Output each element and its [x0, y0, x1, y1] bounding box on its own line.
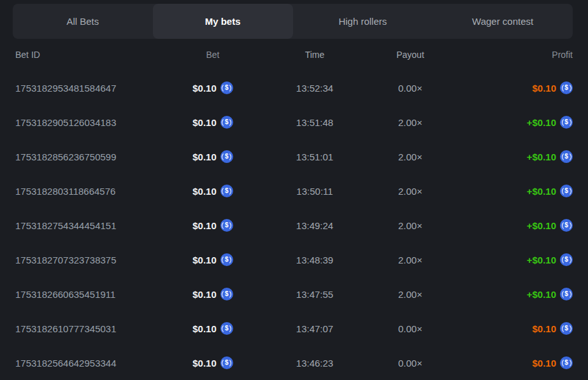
- tab-high-rollers[interactable]: High rollers: [293, 4, 433, 39]
- table-row: 1753182610777345031 $0.10 $ 13:47:07 0.0…: [0, 311, 588, 346]
- bet-amount-cell: $0.10 $: [162, 116, 264, 129]
- column-header-profit: Profit: [455, 50, 573, 60]
- bet-payout: 2.00×: [366, 151, 455, 162]
- table-body: 1753182953481584647 $0.10 $ 13:52:34 0.0…: [0, 71, 588, 380]
- bet-amount: $0.10: [192, 220, 217, 231]
- usdc-coin-icon: $: [560, 322, 573, 335]
- usdc-coin-icon: $: [220, 116, 233, 129]
- usdc-coin-icon: $: [560, 219, 573, 232]
- bet-id-link[interactable]: 1753182953481584647: [15, 83, 162, 94]
- profit-value: $0.10: [532, 323, 556, 334]
- usdc-coin-icon: $: [220, 288, 233, 300]
- column-header-bet-id: Bet ID: [15, 50, 162, 60]
- column-header-time: Time: [264, 50, 366, 60]
- usdc-coin-icon: $: [220, 219, 233, 232]
- profit-cell: +$0.10 $: [455, 253, 573, 266]
- bet-amount-cell: $0.10 $: [162, 150, 264, 163]
- bet-amount-cell: $0.10 $: [162, 81, 264, 94]
- bet-time: 13:50:11: [264, 186, 366, 197]
- profit-value: +$0.10: [527, 151, 556, 162]
- profit-cell: +$0.10 $: [455, 219, 573, 232]
- profit-value: $0.10: [532, 83, 556, 94]
- tab-all-bets[interactable]: All Bets: [13, 4, 153, 39]
- bet-time: 13:51:01: [264, 151, 366, 162]
- bet-payout: 2.00×: [366, 220, 455, 231]
- bet-id-link[interactable]: 1753182754344454151: [15, 220, 162, 231]
- profit-cell: $0.10 $: [455, 81, 573, 94]
- usdc-coin-icon: $: [220, 253, 233, 266]
- bets-tab-bar: All Bets My bets High rollers Wager cont…: [13, 4, 573, 39]
- bet-id-link[interactable]: 1753182856236750599: [15, 151, 162, 162]
- bets-table: Bet ID Bet Time Payout Profit 1753182953…: [0, 39, 588, 380]
- usdc-coin-icon: $: [560, 288, 573, 300]
- profit-cell: +$0.10 $: [455, 185, 573, 197]
- profit-cell: $0.10 $: [455, 356, 573, 369]
- column-header-bet: Bet: [162, 50, 264, 60]
- bet-amount: $0.10: [192, 358, 217, 369]
- bet-id-link[interactable]: 1753182660635451911: [15, 289, 162, 300]
- bet-amount: $0.10: [192, 289, 217, 300]
- bet-payout: 2.00×: [366, 186, 455, 197]
- usdc-coin-icon: $: [220, 356, 233, 369]
- bet-id-link[interactable]: 1753182707323738375: [15, 255, 162, 265]
- bet-amount: $0.10: [192, 186, 217, 197]
- bet-amount-cell: $0.10 $: [162, 253, 264, 266]
- usdc-coin-icon: $: [560, 150, 573, 163]
- table-row: 1753182953481584647 $0.10 $ 13:52:34 0.0…: [0, 71, 588, 105]
- usdc-coin-icon: $: [560, 356, 573, 369]
- table-row: 1753182707323738375 $0.10 $ 13:48:39 2.0…: [0, 243, 588, 277]
- bet-time: 13:51:48: [264, 117, 366, 128]
- table-row: 1753182754344454151 $0.10 $ 13:49:24 2.0…: [0, 208, 588, 243]
- profit-value: +$0.10: [527, 289, 556, 300]
- bet-amount: $0.10: [192, 255, 217, 265]
- bet-time: 13:48:39: [264, 255, 366, 265]
- usdc-coin-icon: $: [220, 81, 233, 94]
- bet-time: 13:46:23: [264, 358, 366, 369]
- bet-amount: $0.10: [192, 117, 217, 128]
- usdc-coin-icon: $: [560, 81, 573, 94]
- profit-value: +$0.10: [527, 186, 556, 197]
- tab-my-bets[interactable]: My bets: [153, 4, 293, 39]
- bet-payout: 2.00×: [366, 255, 455, 265]
- profit-cell: +$0.10 $: [455, 116, 573, 129]
- bet-amount-cell: $0.10 $: [162, 288, 264, 300]
- bet-amount-cell: $0.10 $: [162, 322, 264, 335]
- bet-payout: 0.00×: [366, 83, 455, 94]
- profit-value: +$0.10: [527, 220, 556, 231]
- table-row: 1753182660635451911 $0.10 $ 13:47:55 2.0…: [0, 277, 588, 311]
- table-row: 1753182803118664576 $0.10 $ 13:50:11 2.0…: [0, 174, 588, 208]
- bet-id-link[interactable]: 1753182905126034183: [15, 117, 162, 128]
- bet-payout: 2.00×: [366, 117, 455, 128]
- bet-amount-cell: $0.10 $: [162, 185, 264, 197]
- usdc-coin-icon: $: [220, 322, 233, 335]
- usdc-coin-icon: $: [560, 185, 573, 197]
- usdc-coin-icon: $: [560, 116, 573, 129]
- column-header-payout: Payout: [366, 50, 455, 60]
- usdc-coin-icon: $: [220, 150, 233, 163]
- bet-payout: 2.00×: [366, 289, 455, 300]
- profit-cell: +$0.10 $: [455, 150, 573, 163]
- bet-amount-cell: $0.10 $: [162, 356, 264, 369]
- tab-wager-contest[interactable]: Wager contest: [433, 4, 573, 39]
- bet-time: 13:47:55: [264, 289, 366, 300]
- profit-value: +$0.10: [527, 117, 556, 128]
- profit-cell: $0.10 $: [455, 322, 573, 335]
- table-row: 1753182856236750599 $0.10 $ 13:51:01 2.0…: [0, 139, 588, 174]
- bet-time: 13:52:34: [264, 83, 366, 94]
- bet-id-link[interactable]: 1753182803118664576: [15, 186, 162, 197]
- bet-amount: $0.10: [192, 323, 217, 334]
- table-row: 1753182905126034183 $0.10 $ 13:51:48 2.0…: [0, 105, 588, 139]
- bet-id-link[interactable]: 1753182610777345031: [15, 323, 162, 334]
- bet-id-link[interactable]: 1753182564642953344: [15, 358, 162, 369]
- bet-amount-cell: $0.10 $: [162, 219, 264, 232]
- bet-payout: 0.00×: [366, 358, 455, 369]
- profit-value: $0.10: [532, 358, 556, 369]
- bet-payout: 0.00×: [366, 323, 455, 334]
- bet-time: 13:47:07: [264, 323, 366, 334]
- bet-time: 13:49:24: [264, 220, 366, 231]
- bet-amount: $0.10: [192, 151, 217, 162]
- table-row: 1753182564642953344 $0.10 $ 13:46:23 0.0…: [0, 346, 588, 380]
- profit-value: +$0.10: [527, 255, 556, 265]
- usdc-coin-icon: $: [560, 253, 573, 266]
- usdc-coin-icon: $: [220, 185, 233, 197]
